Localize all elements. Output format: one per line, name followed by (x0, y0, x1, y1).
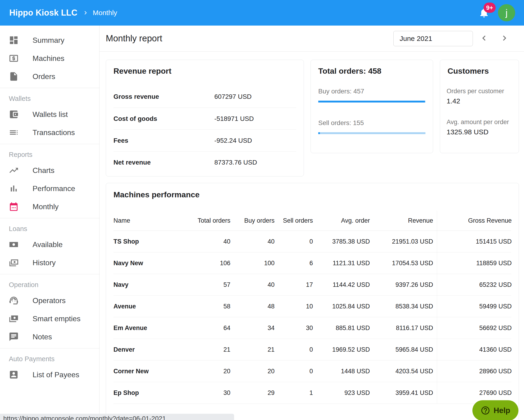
avg-order-cell: 1448 USD (317, 368, 374, 375)
sidebar: Summary Machines Orders Wallets Wallets … (0, 26, 99, 420)
previous-month-button[interactable] (479, 33, 489, 44)
revenue-row-net: Net revenue 87373.76 USD (114, 151, 296, 173)
table-row: Navy New 106 100 6 1121.31 USD 17054.53 … (114, 253, 511, 274)
list-icon (9, 127, 19, 138)
sidebar-item-wallets-list[interactable]: Wallets list (0, 105, 99, 123)
gross-revenue-cell: 118859 USD (437, 253, 512, 274)
total-orders-cell: 20 (188, 368, 234, 375)
row-value: 87373.76 USD (214, 159, 296, 166)
buy-orders-cell: 29 (234, 389, 278, 396)
sidebar-item-label: Orders (33, 72, 55, 81)
atm-machine-icon (9, 53, 19, 63)
sidebar-item-label: Transactions (33, 128, 75, 137)
divider (0, 274, 99, 274)
revenue-cell: 5965.84 USD (374, 346, 437, 353)
row-value: -518971 USD (214, 115, 296, 122)
sell-orders-cell: 0 (278, 346, 317, 353)
breadcrumb: Monthly (93, 9, 117, 17)
trending-up-icon (9, 165, 19, 175)
topbar: Hippo Kiosk LLC Monthly 9+ j (0, 0, 524, 26)
divider (0, 218, 99, 218)
sidebar-item-label: History (33, 258, 56, 267)
brand-title[interactable]: Hippo Kiosk LLC (9, 8, 78, 18)
revenue-report-title: Revenue report (114, 66, 296, 76)
machine-name: Avenue (114, 303, 188, 310)
buy-orders-cell: 40 (234, 238, 278, 245)
sidebar-item-available[interactable]: Available (0, 236, 99, 254)
sidebar-item-smart-empties[interactable]: Smart empties (0, 310, 99, 328)
help-icon (480, 406, 490, 415)
gross-revenue-cell: 151415 USD (437, 231, 512, 252)
orders-per-customer-label: Orders per customer (446, 88, 512, 95)
row-label: Fees (114, 137, 214, 144)
main-content: Monthly report June 2021 Revenue report (99, 26, 524, 420)
sidebar-item-monthly[interactable]: Monthly (0, 198, 99, 216)
revenue-cell: 3959.41 USD (374, 389, 437, 396)
sidebar-item-transactions[interactable]: Transactions (0, 123, 99, 141)
column-header-total-orders: Total orders (188, 217, 234, 224)
sidebar-item-label: Charts (33, 166, 54, 175)
calendar-icon (9, 201, 19, 212)
revenue-row-fees: Fees -952.24 USD (114, 130, 296, 151)
table-header-row: Name Total orders Buy orders Sell orders… (114, 211, 511, 231)
machine-name: Em Avenue (114, 324, 188, 332)
dashboard-icon (9, 35, 19, 45)
gross-revenue-cell: 41360 USD (437, 339, 512, 360)
sidebar-item-orders[interactable]: Orders (0, 67, 99, 86)
orders-per-customer-value: 1.42 (446, 97, 512, 105)
column-header-sell-orders: Sell orders (278, 217, 317, 224)
table-row: Ep Shop 30 29 1 923 USD 3959.41 USD 2769… (114, 382, 511, 404)
sidebar-section-auto-payments: Auto Payments (0, 352, 99, 366)
notification-badge: 9+ (484, 3, 496, 13)
help-button[interactable]: Help (472, 400, 518, 420)
page-title: Monthly report (106, 34, 162, 44)
total-orders-title: Total orders: 458 (318, 66, 425, 76)
sidebar-item-operators[interactable]: Operators (0, 291, 99, 310)
sidebar-item-charts[interactable]: Charts (0, 161, 99, 179)
sell-orders-cell: 0 (278, 368, 317, 375)
chevron-right-icon (82, 9, 89, 16)
buy-orders-cell: 100 (234, 260, 278, 267)
sidebar-item-label: Machines (33, 54, 64, 63)
sidebar-item-machines[interactable]: Machines (0, 49, 99, 67)
sidebar-item-history[interactable]: History (0, 254, 99, 272)
notifications-button[interactable]: 9+ (479, 7, 489, 18)
sidebar-item-notes[interactable]: Notes (0, 328, 99, 346)
total-orders-cell: 57 (188, 281, 234, 289)
content-header: Monthly report June 2021 (99, 26, 524, 52)
chevron-left-icon (479, 33, 489, 43)
revenue-cell: 17054.53 USD (374, 260, 437, 267)
row-value: -952.24 USD (214, 137, 296, 144)
wallet-icon (9, 109, 19, 120)
sidebar-item-label: Monthly (33, 202, 59, 211)
column-header-gross-revenue: Gross Revenue (437, 211, 512, 231)
date-picker[interactable]: June 2021 (393, 31, 473, 46)
avg-order-cell: 885.81 USD (317, 324, 374, 332)
avatar[interactable]: j (498, 4, 515, 21)
machines-performance-title: Machines performance (114, 190, 511, 199)
avg-order-cell: 1121.31 USD (317, 260, 374, 267)
revenue-cell: 9397.26 USD (374, 281, 437, 289)
sidebar-section-wallets: Wallets (0, 92, 99, 105)
sidebar-item-performance[interactable]: Performance (0, 179, 99, 198)
sidebar-section-loans: Loans (0, 222, 99, 236)
next-month-button[interactable] (499, 33, 510, 44)
table-row: TS Shop 40 40 0 3785.38 USD 21951.03 USD… (114, 231, 511, 253)
avg-order-cell: 1144.42 USD (317, 281, 374, 289)
machine-name: Denver (114, 346, 188, 353)
total-orders-cell: 64 (188, 324, 234, 332)
sidebar-section-reports: Reports (0, 148, 99, 161)
sidebar-item-list-of-payees[interactable]: List of Payees (0, 366, 99, 384)
buy-orders-cell: 20 (234, 368, 278, 375)
table-row: Denver 21 21 0 1969.52 USD 5965.84 USD 4… (114, 339, 511, 360)
customers-title: Customers (447, 66, 511, 76)
sidebar-item-label: Operators (33, 296, 66, 305)
sidebar-item-summary[interactable]: Summary (0, 31, 99, 49)
support-agent-icon (9, 295, 19, 306)
total-orders-cell: 21 (188, 346, 234, 353)
avg-amount-label: Avg. amount per order (446, 119, 512, 126)
row-label: Cost of goods (114, 115, 214, 122)
chevron-right-icon (499, 33, 510, 43)
bar-chart-icon (9, 184, 19, 194)
column-header-name: Name (114, 217, 188, 224)
